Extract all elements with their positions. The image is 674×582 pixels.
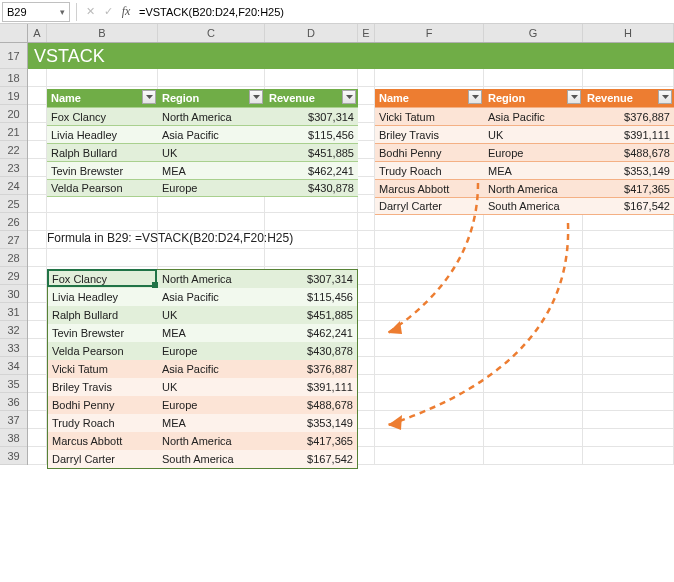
col-header-G[interactable]: G: [484, 24, 583, 42]
cell[interactable]: Darryl Carter: [48, 450, 158, 468]
filter-icon[interactable]: [567, 90, 581, 104]
table-row[interactable]: Bodhi PennyEurope$488,678: [375, 143, 674, 161]
cell[interactable]: $462,241: [265, 324, 357, 342]
result-row[interactable]: Trudy RoachMEA$353,149: [48, 414, 357, 432]
table1-header-name[interactable]: Name: [47, 89, 158, 107]
row-header-28[interactable]: 28: [0, 249, 27, 267]
cell[interactable]: North America: [484, 180, 583, 197]
formula-input[interactable]: =VSTACK(B20:D24,F20:H25): [135, 6, 674, 18]
cell[interactable]: $451,885: [265, 144, 358, 161]
result-row[interactable]: Velda PearsonEurope$430,878: [48, 342, 357, 360]
table-row[interactable]: Briley TravisUK$391,111: [375, 125, 674, 143]
row-header-32[interactable]: 32: [0, 321, 27, 339]
row-header-20[interactable]: 20: [0, 105, 27, 123]
row-header-27[interactable]: 27: [0, 231, 27, 249]
result-row[interactable]: Marcus AbbottNorth America$417,365: [48, 432, 357, 450]
result-row[interactable]: Ralph BullardUK$451,885: [48, 306, 357, 324]
cell[interactable]: Fox Clancy: [48, 270, 158, 288]
cell[interactable]: Fox Clancy: [47, 108, 158, 125]
cell[interactable]: Europe: [158, 342, 265, 360]
cell[interactable]: $417,365: [583, 180, 674, 197]
result-row[interactable]: Briley TravisUK$391,111: [48, 378, 357, 396]
table2-header-name[interactable]: Name: [375, 89, 484, 107]
cell[interactable]: Ralph Bullard: [48, 306, 158, 324]
cell[interactable]: $376,887: [265, 360, 357, 378]
col-header-H[interactable]: H: [583, 24, 674, 42]
table-row[interactable]: Tevin BrewsterMEA$462,241: [47, 161, 358, 179]
table-row[interactable]: Trudy RoachMEA$353,149: [375, 161, 674, 179]
col-header-F[interactable]: F: [375, 24, 484, 42]
cell[interactable]: Europe: [158, 180, 265, 196]
table-row[interactable]: Ralph BullardUK$451,885: [47, 143, 358, 161]
col-header-C[interactable]: C: [158, 24, 265, 42]
cell[interactable]: North America: [158, 108, 265, 125]
row-header-33[interactable]: 33: [0, 339, 27, 357]
cell[interactable]: UK: [158, 378, 265, 396]
table-row[interactable]: Marcus AbbottNorth America$417,365: [375, 179, 674, 197]
cell[interactable]: $115,456: [265, 126, 358, 143]
result-row[interactable]: Livia HeadleyAsia Pacific$115,456: [48, 288, 357, 306]
col-header-D[interactable]: D: [265, 24, 358, 42]
result-row[interactable]: Bodhi PennyEurope$488,678: [48, 396, 357, 414]
col-header-A[interactable]: A: [28, 24, 47, 42]
table2-header-revenue[interactable]: Revenue: [583, 89, 674, 107]
cell[interactable]: Briley Travis: [48, 378, 158, 396]
cell[interactable]: $451,885: [265, 306, 357, 324]
cell[interactable]: Darryl Carter: [375, 198, 484, 214]
cell[interactable]: Livia Headley: [47, 126, 158, 143]
cell[interactable]: Vicki Tatum: [48, 360, 158, 378]
chevron-down-icon[interactable]: ▾: [60, 7, 65, 17]
cell[interactable]: Vicki Tatum: [375, 108, 484, 125]
cell[interactable]: $307,314: [265, 108, 358, 125]
row-header-29[interactable]: 29: [0, 267, 27, 285]
filter-icon[interactable]: [342, 90, 356, 104]
table-row[interactable]: Velda PearsonEurope$430,878: [47, 179, 358, 197]
cell[interactable]: Asia Pacific: [158, 288, 265, 306]
cell[interactable]: $307,314: [265, 270, 357, 288]
row-header-26[interactable]: 26: [0, 213, 27, 231]
cell[interactable]: Bodhi Penny: [48, 396, 158, 414]
cell[interactable]: Bodhi Penny: [375, 144, 484, 161]
cell[interactable]: Livia Headley: [48, 288, 158, 306]
cell[interactable]: MEA: [158, 414, 265, 432]
row-header-17[interactable]: 17: [0, 43, 27, 69]
cell[interactable]: $417,365: [265, 432, 357, 450]
cell[interactable]: Tevin Brewster: [48, 324, 158, 342]
name-box[interactable]: B29 ▾: [2, 2, 70, 22]
table-row[interactable]: Fox ClancyNorth America$307,314: [47, 107, 358, 125]
cell[interactable]: $376,887: [583, 108, 674, 125]
cell[interactable]: $391,111: [583, 126, 674, 143]
result-row[interactable]: Tevin BrewsterMEA$462,241: [48, 324, 357, 342]
cell[interactable]: Asia Pacific: [158, 126, 265, 143]
table2-header-region[interactable]: Region: [484, 89, 583, 107]
cell[interactable]: UK: [158, 306, 265, 324]
table-row[interactable]: Vicki TatumAsia Pacific$376,887: [375, 107, 674, 125]
cell[interactable]: Tevin Brewster: [47, 162, 158, 179]
row-header-39[interactable]: 39: [0, 447, 27, 465]
cell[interactable]: UK: [484, 126, 583, 143]
filter-icon[interactable]: [658, 90, 672, 104]
row-header-37[interactable]: 37: [0, 411, 27, 429]
row-header-30[interactable]: 30: [0, 285, 27, 303]
cell[interactable]: South America: [484, 198, 583, 214]
cell[interactable]: North America: [158, 432, 265, 450]
row-header-36[interactable]: 36: [0, 393, 27, 411]
cell[interactable]: $430,878: [265, 342, 357, 360]
cell[interactable]: Velda Pearson: [47, 180, 158, 196]
row-header-35[interactable]: 35: [0, 375, 27, 393]
filter-icon[interactable]: [468, 90, 482, 104]
table1-header-revenue[interactable]: Revenue: [265, 89, 358, 107]
filter-icon[interactable]: [249, 90, 263, 104]
select-all-corner[interactable]: [0, 24, 28, 42]
col-header-E[interactable]: E: [358, 24, 375, 42]
cell[interactable]: $462,241: [265, 162, 358, 179]
cell[interactable]: $115,456: [265, 288, 357, 306]
cell[interactable]: South America: [158, 450, 265, 468]
cell[interactable]: Marcus Abbott: [375, 180, 484, 197]
cell[interactable]: Briley Travis: [375, 126, 484, 143]
result-row[interactable]: Vicki TatumAsia Pacific$376,887: [48, 360, 357, 378]
row-header-18[interactable]: 18: [0, 69, 27, 87]
cell[interactable]: Asia Pacific: [484, 108, 583, 125]
cell[interactable]: $430,878: [265, 180, 358, 196]
enter-icon[interactable]: ✓: [100, 4, 116, 20]
